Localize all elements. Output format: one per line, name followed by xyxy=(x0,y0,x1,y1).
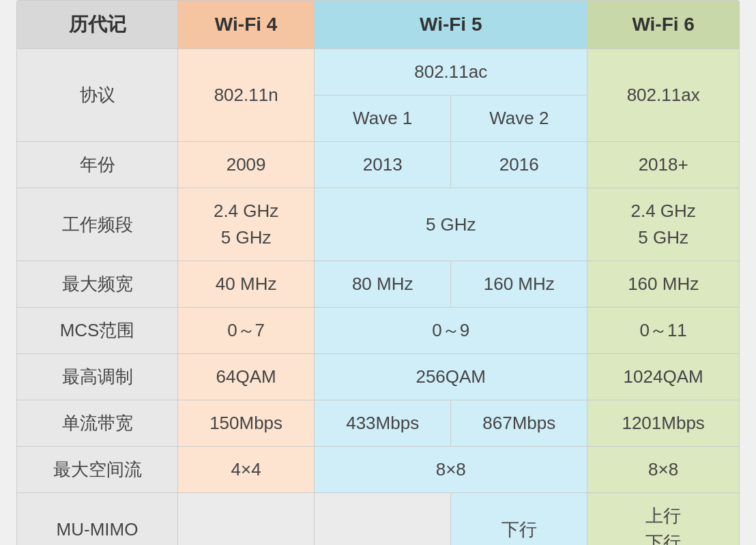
cell-wifi4-modulation: 64QAM xyxy=(178,354,315,400)
table-row-year: 年份 2009 2013 2016 2018+ xyxy=(17,142,740,188)
cell-wifi6-modulation: 1024QAM xyxy=(587,354,740,400)
cell-wifi5-mumimo-wave2: 下行 xyxy=(451,493,587,546)
cell-wifi5-bandwidth-wave2: 160 MHz xyxy=(451,261,587,308)
cell-wifi5-protocol-merged: 802.11ac xyxy=(315,49,587,95)
cell-wifi4-stream-bw: 150Mbps xyxy=(178,400,315,447)
cell-wifi5-mcs: 0～9 xyxy=(315,308,587,354)
cell-wifi5-year-wave1: 2013 xyxy=(315,142,451,188)
table-row-protocol: 协议 802.11n 802.11ac 802.11ax xyxy=(17,49,740,95)
label-freq: 工作频段 xyxy=(17,188,178,261)
cell-wifi5-wave2-label: Wave 2 xyxy=(451,95,587,142)
label-year: 年份 xyxy=(17,142,178,188)
cell-wifi6-protocol: 802.11ax xyxy=(587,49,740,142)
cell-wifi5-wave1-label: Wave 1 xyxy=(315,95,451,142)
table-row-freq: 工作频段 2.4 GHz 5 GHz 5 GHz 2.4 GHz 5 GHz xyxy=(17,188,740,261)
cell-wifi4-mumimo xyxy=(178,493,315,546)
header-wifi6: Wi-Fi 6 xyxy=(587,1,740,49)
header-wifi5: Wi-Fi 5 xyxy=(315,1,587,49)
label-modulation: 最高调制 xyxy=(17,354,178,400)
table-row-mumimo: MU-MIMO 下行 上行 下行 xyxy=(17,493,740,546)
cell-wifi6-spatial: 8×8 xyxy=(587,447,740,493)
label-mumimo: MU-MIMO xyxy=(17,493,178,546)
cell-wifi6-stream-bw: 1201Mbps xyxy=(587,400,740,447)
cell-wifi5-freq: 5 GHz xyxy=(315,188,587,261)
cell-wifi5-year-wave2: 2016 xyxy=(451,142,587,188)
table-row-mcs: MCS范围 0～7 0～9 0～11 xyxy=(17,308,740,354)
cell-wifi4-bandwidth: 40 MHz xyxy=(178,261,315,308)
header-wifi4: Wi-Fi 4 xyxy=(178,1,315,49)
cell-wifi4-mcs: 0～7 xyxy=(178,308,315,354)
cell-wifi6-mumimo: 上行 下行 xyxy=(587,493,740,546)
cell-wifi5-stream-bw-wave2: 867Mbps xyxy=(451,400,587,447)
cell-wifi6-bandwidth: 160 MHz xyxy=(587,261,740,308)
table-row-modulation: 最高调制 64QAM 256QAM 1024QAM xyxy=(17,354,740,400)
cell-wifi4-spatial: 4×4 xyxy=(178,447,315,493)
cell-wifi5-modulation: 256QAM xyxy=(315,354,587,400)
cell-wifi4-freq: 2.4 GHz 5 GHz xyxy=(178,188,315,261)
label-mcs: MCS范围 xyxy=(17,308,178,354)
cell-wifi6-mcs: 0～11 xyxy=(587,308,740,354)
table-row-stream-bw: 单流带宽 150Mbps 433Mbps 867Mbps 1201Mbps xyxy=(17,400,740,447)
cell-wifi5-spatial: 8×8 xyxy=(315,447,587,493)
cell-wifi4-year: 2009 xyxy=(178,142,315,188)
cell-wifi6-freq: 2.4 GHz 5 GHz xyxy=(587,188,740,261)
label-protocol: 协议 xyxy=(17,49,178,142)
header-history: 历代记 xyxy=(17,1,178,49)
label-bandwidth: 最大频宽 xyxy=(17,261,178,308)
label-stream-bw: 单流带宽 xyxy=(17,400,178,447)
cell-wifi5-bandwidth-wave1: 80 MHz xyxy=(315,261,451,308)
cell-wifi5-mumimo-wave1 xyxy=(315,493,451,546)
table-row-spatial: 最大空间流 4×4 8×8 8×8 xyxy=(17,447,740,493)
cell-wifi6-year: 2018+ xyxy=(587,142,740,188)
cell-wifi5-stream-bw-wave1: 433Mbps xyxy=(315,400,451,447)
cell-wifi4-protocol: 802.11n xyxy=(178,49,315,142)
table-row-bandwidth: 最大频宽 40 MHz 80 MHz 160 MHz 160 MHz xyxy=(17,261,740,308)
label-spatial: 最大空间流 xyxy=(17,447,178,493)
wifi-comparison-table: 历代记 Wi-Fi 4 Wi-Fi 5 Wi-Fi 6 协议 802.11n 8… xyxy=(16,0,740,545)
